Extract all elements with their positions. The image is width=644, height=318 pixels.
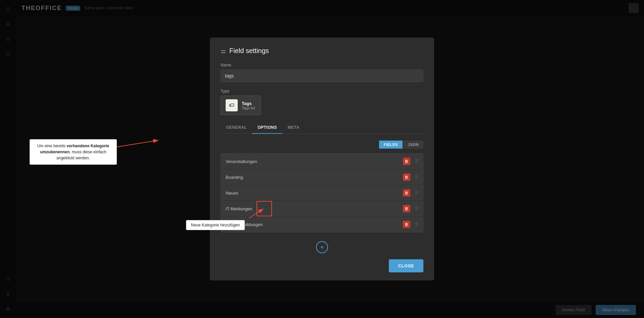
type-card[interactable]: 🏷 Tags Tags list: [221, 96, 261, 115]
tab-meta[interactable]: META: [282, 122, 305, 134]
list-item-label-4[interactable]: Pflichtfortbildungen: [226, 222, 400, 227]
list-item: Boarding 🗑 ⠿: [221, 169, 423, 185]
delete-item-2[interactable]: 🗑: [403, 189, 410, 197]
type-name: Tags: [242, 101, 255, 106]
drag-handle-2[interactable]: ⠿: [415, 190, 418, 196]
view-toggle: FIELDS JSON: [221, 141, 423, 149]
type-icon: 🏷: [226, 99, 238, 111]
add-category-tooltip: Neue Kategorie hinzufügen: [186, 220, 245, 230]
modal-title: Field settings: [229, 47, 269, 55]
modal-header: ⚌ Field settings: [221, 47, 423, 55]
type-sub: Tags list: [242, 106, 255, 110]
field-settings-modal: ⚌ Field settings Name Type 🏷 Tags Tags l…: [210, 38, 434, 280]
type-label: Type: [221, 89, 423, 94]
tab-general[interactable]: GENERAL: [221, 122, 252, 134]
settings-icon: ⚌: [221, 47, 226, 55]
list-item-label-0[interactable]: Veranstaltungen: [226, 159, 400, 164]
modal-footer: CLOSE: [221, 255, 423, 272]
name-label: Name: [221, 63, 423, 67]
list-item-label-2[interactable]: Neues: [226, 191, 400, 196]
list-item: Veranstaltungen 🗑 ⠿: [221, 154, 423, 169]
delete-item-4[interactable]: 🗑: [403, 221, 410, 228]
tab-options[interactable]: OPTIONS: [252, 122, 282, 134]
name-input[interactable]: [221, 69, 423, 82]
tabs: GENERAL OPTIONS META: [221, 122, 423, 134]
close-button[interactable]: CLOSE: [389, 259, 423, 272]
delete-item-3[interactable]: 🗑: [403, 205, 410, 212]
drag-handle-4[interactable]: ⠿: [415, 222, 418, 227]
list-item-label-1[interactable]: Boarding: [226, 175, 400, 180]
callout-tooltip: Um eine bereits vorhandene Kategorie umz…: [30, 139, 117, 165]
type-info: Tags Tags list: [242, 101, 255, 110]
name-section: Name: [221, 63, 423, 82]
json-toggle-button[interactable]: JSON: [403, 141, 423, 149]
list-item: Pflichtfortbildungen 🗑 ⠿: [221, 217, 423, 232]
list-item: Neues 🗑 ⠿: [221, 185, 423, 201]
drag-handle-3[interactable]: ⠿: [415, 206, 418, 211]
fields-toggle-button[interactable]: FIELDS: [379, 141, 403, 149]
list-item: IT-Meldungen 🗑 ⠿: [221, 201, 423, 217]
delete-item-1[interactable]: 🗑: [403, 173, 410, 181]
add-row: +: [221, 238, 423, 255]
add-category-button[interactable]: +: [316, 241, 328, 253]
delete-item-0[interactable]: 🗑: [403, 158, 410, 165]
tags-list: Veranstaltungen 🗑 ⠿ Boarding 🗑 ⠿ Neues 🗑…: [221, 153, 423, 232]
drag-handle-0[interactable]: ⠿: [415, 159, 418, 164]
type-section: Type 🏷 Tags Tags list: [221, 89, 423, 115]
list-item-label-3[interactable]: IT-Meldungen: [226, 206, 400, 211]
drag-handle-1[interactable]: ⠿: [415, 174, 418, 180]
